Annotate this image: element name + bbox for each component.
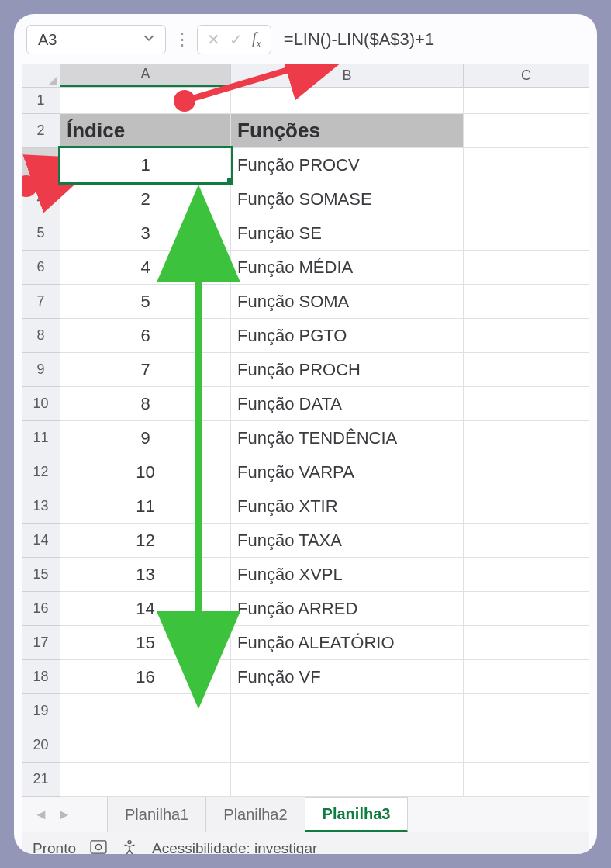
cell-A20[interactable] [60,728,231,763]
cell-A18[interactable]: 16 [60,660,231,694]
cell-A4[interactable]: 2 [60,182,231,216]
cell-C5[interactable] [464,216,589,251]
cell-A12[interactable]: 10 [60,455,231,489]
row-header[interactable]: 4 [22,182,60,216]
cell-B17[interactable]: Função ALEATÓRIO [231,626,464,660]
row-header[interactable]: 14 [22,524,60,558]
row-header[interactable]: 13 [22,489,60,524]
row-header[interactable]: 8 [22,319,60,353]
row-header[interactable]: 10 [22,387,60,421]
cell-B21[interactable] [231,763,464,797]
cell-C16[interactable] [464,592,589,626]
cell-A14[interactable]: 12 [60,524,231,558]
cell-B10[interactable]: Função DATA [231,387,464,421]
cell-C14[interactable] [464,524,589,558]
cell-B15[interactable]: Função XVPL [231,558,464,592]
cell-C2[interactable] [464,114,589,148]
cell-B11[interactable]: Função TENDÊNCIA [231,421,464,455]
cell-A5[interactable]: 3 [60,216,231,251]
cell-B1[interactable] [231,88,464,114]
row-header[interactable]: 1 [22,88,60,114]
name-box[interactable]: A3 [26,25,166,54]
status-accessibility[interactable]: Acessibilidade: investigar [152,840,317,854]
row-header[interactable]: 15 [22,558,60,592]
cell-B3[interactable]: Função PROCV [231,148,464,182]
cell-B16[interactable]: Função ARRED [231,592,464,626]
column-header-A[interactable]: A [60,64,231,87]
cell-A7[interactable]: 5 [60,285,231,319]
enter-icon[interactable]: ✓ [230,30,243,49]
row-header[interactable]: 17 [22,626,60,660]
cancel-icon[interactable]: ✕ [207,30,220,49]
row-header[interactable]: 18 [22,660,60,694]
cell-B7[interactable]: Função SOMA [231,285,464,319]
cell-B4[interactable]: Função SOMASE [231,182,464,216]
cell-A19[interactable] [60,694,231,728]
cell-B19[interactable] [231,694,464,728]
cell-A8[interactable]: 6 [60,319,231,353]
cell-C8[interactable] [464,319,589,353]
column-header-C[interactable]: C [464,64,589,87]
vertical-dots-icon[interactable]: ⋮ [172,29,191,50]
sheet-tab-active[interactable]: Planilha3 [305,797,409,832]
cell-C4[interactable] [464,182,589,216]
cell-C20[interactable] [464,728,589,763]
row-header[interactable]: 20 [22,728,60,763]
cell-A21[interactable] [60,763,231,797]
sheet-tab[interactable]: Planilha2 [205,797,304,832]
select-all-corner[interactable] [22,64,60,87]
cell-A11[interactable]: 9 [60,421,231,455]
cell-A15[interactable]: 13 [60,558,231,592]
cell-B20[interactable] [231,728,464,763]
cell-A17[interactable]: 15 [60,626,231,660]
cell-C10[interactable] [464,387,589,421]
row-header[interactable]: 19 [22,694,60,728]
cell-C12[interactable] [464,455,589,489]
cell-A13[interactable]: 11 [60,489,231,524]
row-header[interactable]: 2 [22,114,60,148]
cell-B14[interactable]: Função TAXA [231,524,464,558]
row-header[interactable]: 3 [22,148,60,182]
cell-A16[interactable]: 14 [60,592,231,626]
cell-A3[interactable]: 1 [60,148,231,182]
cell-C7[interactable] [464,285,589,319]
chevron-down-icon[interactable] [140,29,157,50]
cell-B13[interactable]: Função XTIR [231,489,464,524]
row-header[interactable]: 12 [22,455,60,489]
cell-B18[interactable]: Função VF [231,660,464,694]
cell-B2[interactable]: Funções [231,114,464,148]
row-header[interactable]: 5 [22,216,60,251]
row-header[interactable]: 11 [22,421,60,455]
spreadsheet-grid[interactable]: A B C 1 2 Índice Funções 3 1 [22,64,589,797]
row-header[interactable]: 16 [22,592,60,626]
cell-C19[interactable] [464,694,589,728]
cell-A9[interactable]: 7 [60,353,231,387]
cell-C13[interactable] [464,489,589,524]
cell-A2[interactable]: Índice [60,114,231,148]
formula-input[interactable]: =LIN()-LIN($A$3)+1 [278,29,434,50]
row-header[interactable]: 21 [22,763,60,797]
row-header[interactable]: 9 [22,353,60,387]
row-header[interactable]: 7 [22,285,60,319]
fx-icon[interactable]: fx [252,29,261,50]
cell-A6[interactable]: 4 [60,251,231,285]
tab-next-icon[interactable]: ► [53,807,76,823]
column-header-B[interactable]: B [231,64,464,87]
cell-C11[interactable] [464,421,589,455]
row-header[interactable]: 6 [22,251,60,285]
cell-B5[interactable]: Função SE [231,216,464,251]
cell-B12[interactable]: Função VARPA [231,455,464,489]
cell-C6[interactable] [464,251,589,285]
macro-record-icon[interactable] [90,840,107,855]
cell-C15[interactable] [464,558,589,592]
sheet-tab[interactable]: Planilha1 [107,797,205,832]
cell-C9[interactable] [464,353,589,387]
cell-A10[interactable]: 8 [60,387,231,421]
cell-B6[interactable]: Função MÉDIA [231,251,464,285]
accessibility-icon[interactable] [121,839,138,855]
cell-A1[interactable] [60,88,231,114]
cell-C18[interactable] [464,660,589,694]
cell-C17[interactable] [464,626,589,660]
cell-C1[interactable] [464,88,589,114]
cell-B8[interactable]: Função PGTO [231,319,464,353]
